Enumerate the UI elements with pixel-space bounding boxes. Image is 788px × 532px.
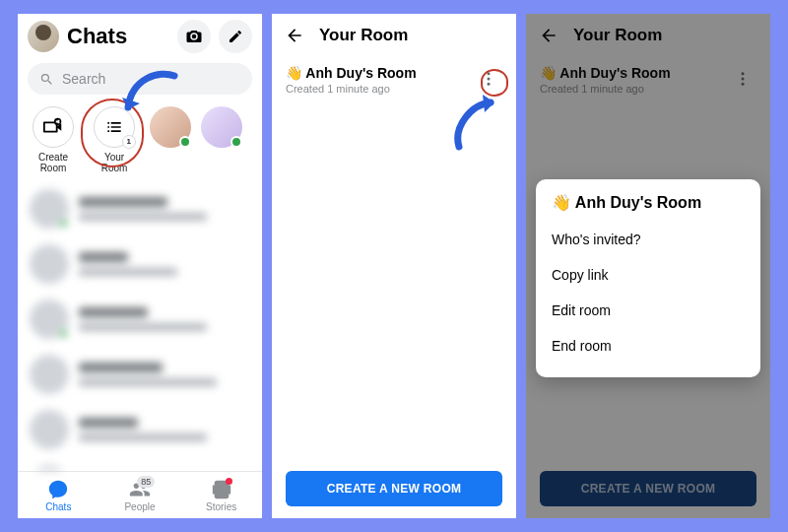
page-title: Your Room bbox=[573, 26, 662, 45]
search-placeholder: Search bbox=[62, 71, 105, 87]
create-room-button[interactable]: Create Room bbox=[28, 106, 79, 173]
screen-room-options: Your Room 👋 Anh Duy's Room Created 1 min… bbox=[526, 14, 770, 518]
tab-label: People bbox=[124, 501, 155, 512]
room-subtitle: Created 1 minute ago bbox=[286, 83, 475, 95]
tab-stories[interactable]: Stories bbox=[180, 472, 262, 518]
tab-people[interactable]: 85 People bbox=[99, 472, 181, 518]
svg-point-4 bbox=[742, 72, 745, 75]
create-btn-label: CREATE A NEW ROOM bbox=[327, 482, 462, 496]
svg-point-2 bbox=[488, 78, 491, 81]
create-new-room-button[interactable]: CREATE A NEW ROOM bbox=[286, 471, 502, 506]
tab-label: Stories bbox=[206, 501, 236, 512]
room-subtitle: Created 1 minute ago bbox=[540, 83, 729, 95]
tab-label: Chats bbox=[45, 501, 71, 512]
arrow-left-icon bbox=[539, 26, 558, 45]
edit-room-option[interactable]: Edit room bbox=[552, 293, 745, 328]
room-entry[interactable]: 👋 Anh Duy's Room Created 1 minute ago bbox=[526, 57, 770, 102]
bottom-nav: Chats 85 People Stories bbox=[18, 471, 262, 518]
active-contact-avatar[interactable] bbox=[201, 106, 242, 148]
room-options-button[interactable] bbox=[475, 65, 502, 93]
end-room-option[interactable]: End room bbox=[552, 328, 745, 364]
chats-header: Chats bbox=[18, 14, 262, 59]
notification-dot-icon bbox=[226, 478, 232, 485]
whos-invited-option[interactable]: Who's invited? bbox=[552, 222, 745, 257]
svg-point-3 bbox=[488, 83, 491, 86]
compose-button[interactable] bbox=[219, 20, 252, 53]
list-item[interactable] bbox=[18, 347, 262, 402]
more-vert-icon bbox=[480, 70, 497, 88]
arrow-left-icon bbox=[285, 26, 304, 45]
list-item[interactable] bbox=[18, 292, 262, 347]
list-item[interactable] bbox=[18, 457, 262, 471]
chat-bubble-icon bbox=[47, 479, 69, 500]
list-item[interactable] bbox=[18, 236, 262, 292]
search-icon bbox=[39, 72, 54, 87]
page-title: Chats bbox=[67, 24, 169, 49]
room-name: 👋 Anh Duy's Room bbox=[540, 65, 729, 81]
online-dot-icon bbox=[230, 136, 242, 148]
room-name: 👋 Anh Duy's Room bbox=[286, 65, 475, 81]
your-room-badge: 1 bbox=[122, 135, 136, 149]
online-dot-icon bbox=[179, 136, 191, 148]
list-item[interactable] bbox=[18, 402, 262, 457]
copy-link-option[interactable]: Copy link bbox=[552, 257, 745, 293]
screen-your-room: Your Room 👋 Anh Duy's Room Created 1 min… bbox=[272, 14, 516, 518]
more-vert-icon bbox=[734, 70, 752, 88]
list-item[interactable] bbox=[18, 181, 262, 236]
svg-point-1 bbox=[488, 72, 491, 75]
your-room-button[interactable]: 1 Your Room bbox=[89, 106, 140, 173]
room-options-button[interactable] bbox=[729, 65, 756, 93]
create-btn-label: CREATE A NEW ROOM bbox=[581, 482, 716, 496]
people-badge: 85 bbox=[137, 476, 155, 488]
active-contact-avatar[interactable] bbox=[150, 106, 191, 148]
camera-icon bbox=[185, 28, 203, 45]
tab-chats[interactable]: Chats bbox=[18, 472, 99, 518]
search-input[interactable]: Search bbox=[28, 63, 252, 95]
user-avatar[interactable] bbox=[28, 21, 59, 52]
chat-list bbox=[18, 181, 262, 471]
page-title: Your Room bbox=[319, 26, 408, 45]
rooms-row: Create Room 1 Your Room bbox=[18, 102, 262, 181]
your-room-label: Your Room bbox=[101, 152, 128, 173]
screen-chats: Chats Search Create Room 1 Your Room bbox=[18, 14, 262, 518]
sheet-title: 👋 Anh Duy's Room bbox=[552, 193, 745, 212]
room-header: Your Room bbox=[526, 14, 770, 57]
svg-point-5 bbox=[742, 78, 745, 81]
back-button[interactable] bbox=[284, 25, 305, 46]
create-new-room-button[interactable]: CREATE A NEW ROOM bbox=[540, 471, 756, 506]
list-icon bbox=[104, 117, 124, 137]
camera-button[interactable] bbox=[177, 20, 211, 53]
room-options-sheet: 👋 Anh Duy's Room Who's invited? Copy lin… bbox=[536, 179, 760, 377]
back-button[interactable] bbox=[538, 25, 559, 46]
room-header: Your Room bbox=[272, 14, 516, 57]
room-entry[interactable]: 👋 Anh Duy's Room Created 1 minute ago bbox=[272, 57, 516, 102]
svg-point-6 bbox=[742, 83, 745, 86]
video-plus-icon bbox=[42, 116, 64, 138]
pencil-icon bbox=[228, 29, 243, 44]
create-room-label: Create Room bbox=[38, 152, 68, 173]
